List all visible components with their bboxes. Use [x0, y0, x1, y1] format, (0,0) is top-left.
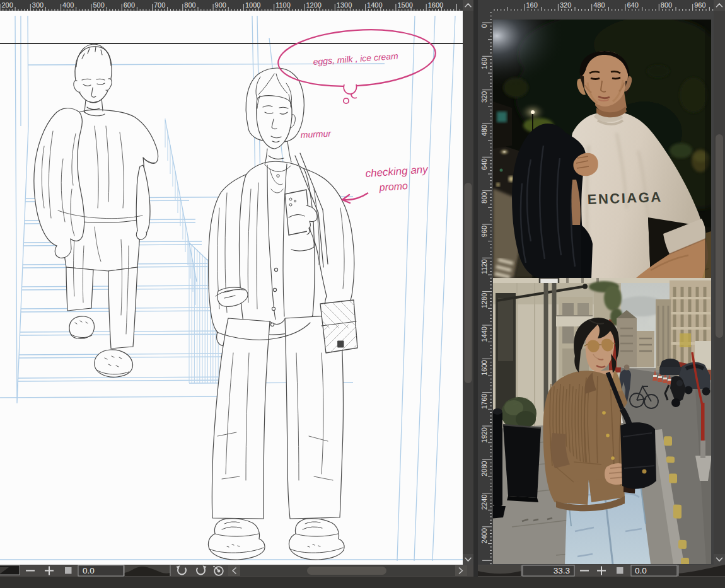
svg-text:400: 400	[62, 1, 74, 9]
svg-text:320: 320	[480, 91, 488, 103]
svg-text:800: 800	[661, 1, 672, 9]
svg-text:960: 960	[480, 226, 488, 237]
svg-text:1300: 1300	[337, 1, 352, 9]
svg-text:murmur: murmur	[300, 128, 332, 140]
svg-text:320: 320	[560, 1, 571, 9]
svg-text:640: 640	[627, 1, 639, 9]
svg-text:ENCIAGA: ENCIAGA	[587, 189, 663, 207]
svg-text:900: 900	[215, 1, 226, 9]
svg-text:1120: 1120	[480, 259, 488, 274]
svg-text:160: 160	[480, 57, 488, 69]
svg-text:480: 480	[593, 1, 605, 9]
svg-text:960: 960	[694, 1, 705, 9]
svg-text:1600: 1600	[480, 360, 488, 375]
svg-text:300: 300	[32, 1, 44, 9]
svg-text:1440: 1440	[480, 326, 488, 342]
svg-text:1920: 1920	[480, 427, 488, 442]
svg-text:2240: 2240	[480, 495, 488, 510]
svg-text:500: 500	[93, 1, 104, 9]
svg-text:1000: 1000	[245, 1, 260, 9]
svg-text:0: 0	[480, 24, 488, 28]
svg-text:200: 200	[2, 1, 13, 9]
svg-text:1200: 1200	[306, 1, 322, 9]
svg-text:promo: promo	[378, 180, 409, 193]
svg-text:1600: 1600	[428, 1, 443, 9]
svg-text:640: 640	[480, 158, 488, 170]
svg-text:160: 160	[526, 1, 538, 9]
svg-text:600: 600	[124, 1, 135, 9]
svg-text:2400: 2400	[480, 528, 488, 543]
svg-text:1400: 1400	[367, 1, 382, 9]
svg-text:33.3: 33.3	[554, 566, 570, 575]
svg-text:700: 700	[154, 1, 165, 9]
svg-text:0.0: 0.0	[83, 566, 95, 575]
svg-text:800: 800	[480, 192, 488, 204]
svg-text:480: 480	[480, 125, 488, 136]
svg-text:2080: 2080	[480, 461, 488, 476]
svg-text:0.0: 0.0	[635, 566, 647, 575]
svg-text:1100: 1100	[276, 1, 291, 9]
svg-text:800: 800	[184, 1, 195, 9]
svg-text:1760: 1760	[480, 394, 488, 409]
svg-text:1500: 1500	[397, 1, 412, 9]
svg-text:1280: 1280	[480, 293, 488, 308]
